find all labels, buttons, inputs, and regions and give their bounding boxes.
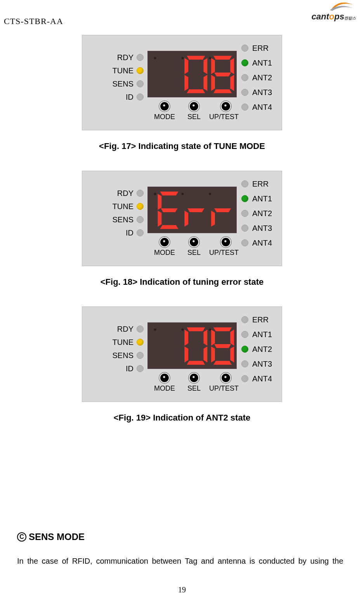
led-ant4 <box>241 239 248 246</box>
svg-marker-15 <box>213 89 232 93</box>
svg-point-0 <box>154 57 156 59</box>
svg-marker-14 <box>230 75 234 91</box>
right-led-column: ERR ANT1 ANT2 ANT3 ANT4 <box>241 312 280 386</box>
sel-button[interactable] <box>189 101 199 111</box>
logo: cantops캔탑스 <box>310 1 357 21</box>
led-label-ant2: ANT2 <box>252 73 272 82</box>
svg-marker-27 <box>211 211 215 227</box>
logo-text: cantops캔탑스 <box>310 12 357 21</box>
led-label-ant3: ANT3 <box>252 88 272 97</box>
svg-point-29 <box>181 329 184 331</box>
led-ant4 <box>241 375 248 382</box>
led-ant2 <box>241 74 248 81</box>
led-label-tune: TUNE <box>113 66 133 75</box>
svg-marker-26 <box>214 208 231 212</box>
svg-marker-4 <box>184 58 188 74</box>
svg-marker-33 <box>204 330 208 346</box>
svg-marker-37 <box>213 327 232 331</box>
led-rdy <box>137 54 144 61</box>
figure-18-caption: <Fig. 18> Indication of tuning error sta… <box>82 277 282 287</box>
svg-point-1 <box>181 57 184 59</box>
svg-marker-19 <box>160 192 178 196</box>
sel-button[interactable] <box>189 237 199 247</box>
uptest-button[interactable] <box>221 101 231 111</box>
right-led-column: ERR ANT1 ANT2 ANT3 ANT4 <box>241 41 280 114</box>
led-rdy <box>137 325 144 332</box>
led-tune <box>137 67 144 74</box>
figure-19-caption: <Fig. 19> Indication of ANT2 state <box>82 413 282 423</box>
sel-button[interactable] <box>189 373 199 383</box>
svg-marker-38 <box>211 330 215 346</box>
led-label-rdy: RDY <box>117 53 133 62</box>
page-number: 19 <box>0 585 364 594</box>
svg-marker-34 <box>184 346 188 362</box>
svg-marker-24 <box>187 208 204 212</box>
section-c-heading: C SENS MODE <box>17 531 85 542</box>
led-id <box>137 365 144 372</box>
svg-point-2 <box>209 57 211 59</box>
sel-button-label: SEL <box>187 113 201 121</box>
svg-marker-12 <box>214 73 231 76</box>
svg-marker-31 <box>187 327 205 331</box>
led-ant1 <box>241 195 248 202</box>
led-label-id: ID <box>126 93 133 102</box>
mode-button[interactable] <box>159 373 170 383</box>
led-tune <box>137 339 144 346</box>
svg-point-17 <box>181 193 184 195</box>
svg-marker-23 <box>160 225 178 229</box>
svg-marker-7 <box>204 75 208 91</box>
seven-segment-display <box>147 51 237 97</box>
logo-swoosh-icon <box>310 1 357 12</box>
led-label-sens: SENS <box>113 80 133 88</box>
left-led-column: RDY TUNE SENS ID <box>86 322 144 375</box>
uptest-button[interactable] <box>221 373 231 383</box>
section-c-title: SENS MODE <box>29 531 85 542</box>
device-panel-fig17: RDY TUNE SENS ID <box>82 35 282 130</box>
svg-point-16 <box>154 193 156 195</box>
led-ant1 <box>241 331 248 338</box>
svg-point-18 <box>209 193 211 195</box>
led-tune <box>137 203 144 210</box>
led-rdy <box>137 190 144 197</box>
uptest-button[interactable] <box>221 237 231 247</box>
device-panel-fig19: RDY TUNE SENS ID <box>82 306 282 402</box>
mode-button[interactable] <box>159 237 170 247</box>
led-ant2 <box>241 346 248 353</box>
svg-marker-21 <box>161 208 177 212</box>
led-label-ant4: ANT4 <box>252 103 272 112</box>
button-row: MODE SEL UP/TEST <box>154 237 239 257</box>
mode-button-label: MODE <box>154 113 175 121</box>
section-marker-icon: C <box>17 532 26 542</box>
svg-marker-8 <box>187 89 205 93</box>
svg-marker-36 <box>187 361 205 365</box>
led-id <box>137 93 144 100</box>
doc-code: CTS-STBR-AA <box>4 16 63 26</box>
svg-point-28 <box>154 329 156 331</box>
svg-marker-41 <box>211 346 215 362</box>
button-row: MODE SEL UP/TEST <box>154 101 239 121</box>
svg-marker-25 <box>184 211 188 227</box>
svg-marker-22 <box>158 211 162 227</box>
led-ant3 <box>241 360 248 367</box>
left-led-column: RDY TUNE SENS ID <box>86 187 144 239</box>
seven-segment-display <box>147 187 237 233</box>
right-led-column: ERR ANT1 ANT2 ANT3 ANT4 <box>241 177 280 250</box>
led-err <box>241 45 248 52</box>
svg-marker-9 <box>213 56 232 60</box>
svg-marker-10 <box>211 58 215 74</box>
svg-marker-13 <box>211 75 215 91</box>
svg-marker-11 <box>230 58 234 74</box>
svg-marker-39 <box>230 330 234 346</box>
svg-marker-5 <box>204 58 208 74</box>
led-err <box>241 180 248 187</box>
svg-marker-43 <box>213 361 232 365</box>
mode-button[interactable] <box>159 101 170 111</box>
led-ant3 <box>241 225 248 232</box>
svg-marker-35 <box>204 346 208 362</box>
device-panel-fig18: RDY TUNE SENS ID <box>82 171 282 266</box>
svg-marker-32 <box>184 330 188 346</box>
led-id <box>137 229 144 236</box>
seven-segment-display <box>147 322 237 369</box>
svg-marker-40 <box>214 344 231 348</box>
page-header: CTS-STBR-AA cantops캔탑스 <box>0 0 364 31</box>
